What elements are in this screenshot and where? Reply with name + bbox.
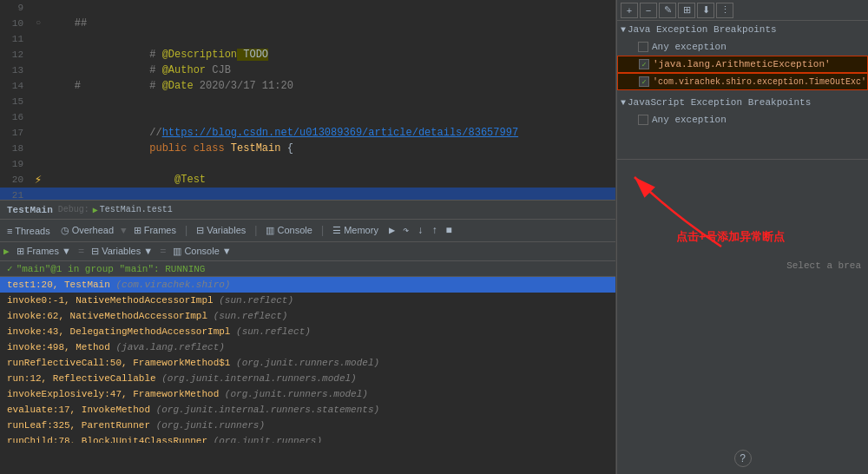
status-bar: ✓ "main"@1 in group "main": RUNNING — [0, 261, 615, 277]
stack-frame-5[interactable]: runReflectiveCall:50, FrameworkMethod$1 … — [0, 355, 615, 371]
resume-icon[interactable]: ▶ — [389, 225, 395, 237]
code-line-9: 9 — [0, 0, 615, 16]
view-btn[interactable]: ⊞ — [678, 3, 695, 18]
breakpoints-tree: ▼ Java Exception Breakpoints Any excepti… — [617, 21, 868, 160]
more-btn[interactable]: ⋮ — [716, 3, 733, 18]
line-icon-13 — [30, 63, 46, 78]
stack-frame-6[interactable]: run:12, ReflectiveCallable (org.junit.in… — [0, 371, 615, 386]
help-button[interactable]: ? — [734, 450, 752, 467]
bp-arithmetic-exception[interactable]: 'java.lang.ArithmeticException' — [617, 56, 868, 73]
stack-frame-9[interactable]: runLeaf:325, ParentRunner (org.junit.run… — [0, 418, 615, 433]
bp-any-exception-label: Any exception — [652, 42, 727, 52]
toolbar-extra-icons: ▶ ↷ ↓ ↑ ■ — [389, 224, 452, 237]
debug-run-label[interactable]: ▶ TestMain.test1 — [93, 205, 173, 215]
export-btn[interactable]: ⬇ — [697, 3, 714, 18]
frame-method-7: invokeExplosively:47, FrameworkMethod — [7, 389, 219, 399]
code-line-12: 12 # @Author CJB — [0, 47, 615, 63]
frame-method-1: invoke0:-1, NativeMethodAccessorImpl — [7, 295, 214, 306]
code-line-18: 18 — [0, 141, 615, 156]
bp-any-exception[interactable]: Any exception — [617, 38, 868, 56]
line-content-16: //https://blog.csdn.net/u013089369/artic… — [46, 109, 615, 125]
remove-breakpoint-btn[interactable]: − — [640, 3, 657, 18]
main-container: 9 10 ○ ## 11 # @Description TODO — [0, 0, 868, 474]
frame-detail-3: (sun.reflect) — [236, 326, 311, 337]
stack-frame-8[interactable]: evaluate:17, InvokeMethod (org.junit.int… — [0, 402, 615, 418]
frames-tab-btn[interactable]: ⊞ Frames ▼ — [11, 244, 76, 259]
stop-icon[interactable]: ■ — [446, 225, 452, 237]
toolbar-sep: ▼ — [121, 226, 127, 236]
right-panel: + − ✎ ⊞ ⬇ ⋮ ▼ Java Exception Breakpoints… — [616, 0, 868, 474]
breakpoints-toolbar: + − ✎ ⊞ ⬇ ⋮ — [617, 0, 868, 21]
stack-frame-3[interactable]: invoke:43, DelegatingMethodAccessorImpl … — [0, 324, 615, 339]
stack-frame-2[interactable]: invoke:62, NativeMethodAccessorImpl (sun… — [0, 308, 615, 324]
stack-frame-10[interactable]: runChild:78, BlockJUnit4ClassRunner (org… — [0, 433, 615, 443]
line-num-15: 15 — [0, 94, 30, 109]
frame-detail-4: (java.lang.reflect) — [115, 342, 224, 352]
frame-method-6: run:12, ReflectiveCallable — [7, 373, 156, 384]
debug-panel: TestMain Debug: ▶ TestMain.test1 ≡ Threa… — [0, 200, 615, 443]
sub-sep2: = — [160, 246, 166, 258]
js-section-arrow: ▼ — [621, 98, 626, 108]
bp-any-exception-checkbox[interactable] — [638, 42, 648, 52]
code-line-21: 21 System.out.println(10/0); — [0, 188, 615, 200]
line-content-15 — [46, 94, 615, 109]
stack-frame-1[interactable]: invoke0:-1, NativeMethodAccessorImpl (su… — [0, 293, 615, 308]
code-line-17: 17 public class TestMain { — [0, 125, 615, 141]
line-icon-15 — [30, 94, 46, 109]
line-num-17: 17 — [0, 125, 30, 141]
console-tab-btn[interactable]: ▥ Console ▼ — [168, 244, 236, 259]
line-num-12: 12 — [0, 47, 30, 63]
overhead-btn[interactable]: ◷ Overhead — [57, 223, 117, 238]
line-num-21: 21 — [0, 188, 30, 200]
debug-sub-toolbar: ▶ ⊞ Frames ▼ = ⊟ Variables ▼ = ▥ Console… — [0, 242, 615, 261]
line-num-11: 11 — [0, 31, 30, 47]
line-icon-10: ○ — [30, 16, 46, 31]
line-content-19: @Test — [46, 156, 615, 172]
line-icon-20: ⚡ — [30, 172, 46, 188]
right-annotation-area: 点击+号添加异常断点 Select a brea ? — [617, 160, 868, 474]
line-content-20: public void test1() throws InterruptedEx… — [46, 172, 615, 188]
stack-list: test1:20, TestMain (com.virachek.shiro) … — [0, 277, 615, 443]
line-num-16: 16 — [0, 109, 30, 125]
frames-btn[interactable]: ⊞ Frames — [130, 223, 180, 238]
java-breakpoints-header[interactable]: ▼ Java Exception Breakpoints — [617, 21, 868, 38]
variables-btn[interactable]: ⊟ Variables — [193, 223, 249, 238]
code-area: 9 10 ○ ## 11 # @Description TODO — [0, 0, 615, 200]
frame-detail-8: (org.junit.internal.runners.statements) — [156, 405, 379, 415]
code-line-11: 11 # @Description TODO — [0, 31, 615, 47]
frame-method-2: invoke:62, NativeMethodAccessorImpl — [7, 311, 207, 321]
frame-detail-9: (org.junit.runners) — [156, 420, 265, 431]
sub-sep1: = — [78, 246, 84, 258]
status-text: "main"@1 in group "main": RUNNING — [16, 264, 206, 274]
line-icon-12 — [30, 47, 46, 63]
add-breakpoint-btn[interactable]: + — [621, 3, 638, 18]
line-num-19: 19 — [0, 156, 30, 172]
line-num-18: 18 — [0, 141, 30, 156]
line-icon-14 — [30, 78, 46, 94]
bp-js-any-exception[interactable]: Any exception — [617, 111, 868, 128]
bp-js-any-exception-checkbox[interactable] — [638, 115, 648, 125]
bp-timeout-exception[interactable]: 'com.virachek.shiro.exception.TimeOutExc… — [617, 73, 868, 90]
code-line-10: 10 ○ ## — [0, 16, 615, 31]
stack-frame-0[interactable]: test1:20, TestMain (com.virachek.shiro) — [0, 277, 615, 293]
frame-method-5: runReflectiveCall:50, FrameworkMethod$1 — [7, 358, 230, 368]
frame-detail-0: (com.virachek.shiro) — [115, 280, 230, 290]
stack-frame-7[interactable]: invokeExplosively:47, FrameworkMethod (o… — [0, 386, 615, 402]
variables-tab-btn[interactable]: ⊟ Variables ▼ — [86, 244, 158, 259]
step-out-icon[interactable]: ↑ — [431, 225, 437, 237]
js-section-label: JavaScript Exception Breakpoints — [628, 97, 811, 108]
step-over-icon[interactable]: ↷ — [403, 225, 409, 237]
bp-arithmetic-checkbox[interactable] — [639, 59, 649, 69]
js-breakpoints-header[interactable]: ▼ JavaScript Exception Breakpoints — [617, 94, 868, 111]
line-icon-16 — [30, 109, 46, 125]
select-breakpoint-text: Select a brea — [786, 260, 861, 271]
stack-frame-4[interactable]: invoke:498, Method (java.lang.reflect) — [0, 339, 615, 355]
frame-detail-2: (sun.reflect) — [214, 311, 288, 321]
edit-breakpoint-btn[interactable]: ✎ — [659, 3, 676, 18]
threads-btn[interactable]: ≡ Threads — [3, 224, 54, 238]
console-btn[interactable]: ▥ Console — [262, 223, 315, 238]
bp-timeout-checkbox[interactable] — [639, 76, 649, 87]
memory-btn[interactable]: ☰ Memory — [329, 223, 382, 238]
step-into-icon[interactable]: ↓ — [418, 225, 424, 237]
frame-method-9: runLeaf:325, ParentRunner — [7, 420, 150, 431]
